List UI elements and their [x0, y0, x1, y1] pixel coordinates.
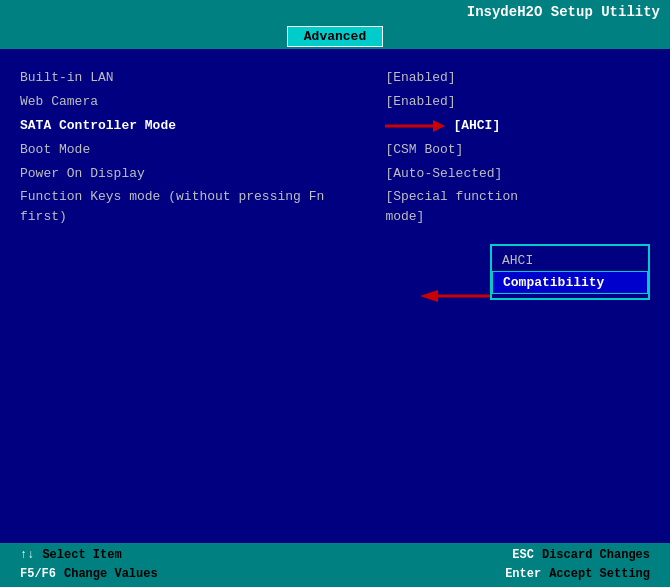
main-content: Built-in LAN [Enabled] Web Camera [Enabl… [0, 49, 670, 509]
setting-value-sata-text: [AHCI] [453, 115, 500, 137]
setting-label-web-camera: Web Camera [20, 91, 367, 113]
setting-label-power-on-display: Power On Display [20, 163, 367, 185]
footer-item-f5f6: F5/F6 Change Values [20, 565, 158, 584]
setting-label-built-in-lan: Built-in LAN [20, 67, 367, 89]
svg-marker-3 [420, 290, 438, 302]
setting-row-power-on-display: Power On Display [Auto-Selected] [20, 163, 650, 185]
key-esc: ESC [512, 546, 534, 565]
setting-value-power-on-display: [Auto-Selected] [385, 163, 650, 185]
key-arrows: ↑↓ [20, 546, 34, 565]
dropdown-option-ahci[interactable]: AHCI [492, 250, 648, 271]
setting-row-boot-mode: Boot Mode [CSM Boot] [20, 139, 650, 161]
key-f5f6: F5/F6 [20, 565, 56, 584]
setting-label-function-keys: Function Keys mode (without pressing Fnf… [20, 187, 367, 226]
tab-bar: Advanced [0, 24, 670, 49]
header-bar: InsydeH2O Setup Utility [0, 0, 670, 24]
setting-row-built-in-lan: Built-in LAN [Enabled] [20, 67, 650, 89]
desc-change: Change Values [64, 565, 158, 584]
svg-marker-1 [433, 120, 445, 132]
setting-value-boot-mode: [CSM Boot] [385, 139, 650, 161]
footer-item-select: ↑↓ Select Item [20, 546, 122, 565]
setting-row-sata-controller[interactable]: SATA Controller Mode [AHCI] [20, 115, 650, 137]
setting-value-function-keys: [Special functionmode] [385, 187, 650, 226]
setting-row-web-camera: Web Camera [Enabled] [20, 91, 650, 113]
dropdown-option-compatibility[interactable]: Compatibility [492, 271, 648, 294]
footer-bar: ↑↓ Select Item ESC Discard Changes F5/F6… [0, 543, 670, 587]
desc-accept: Accept Setting [549, 565, 650, 584]
sata-dropdown-popup[interactable]: AHCI Compatibility [490, 244, 650, 300]
key-enter: Enter [505, 565, 541, 584]
setting-row-function-keys: Function Keys mode (without pressing Fnf… [20, 187, 650, 226]
setting-label-boot-mode: Boot Mode [20, 139, 367, 161]
red-arrow-left-to-dropdown [420, 287, 490, 305]
setting-label-sata-controller: SATA Controller Mode [20, 115, 367, 137]
red-arrow-right-icon [385, 115, 445, 137]
footer-row-2: F5/F6 Change Values Enter Accept Setting [20, 565, 650, 584]
header-title: InsydeH2O Setup Utility [467, 4, 660, 20]
footer-row-1: ↑↓ Select Item ESC Discard Changes [20, 546, 650, 565]
settings-table: Built-in LAN [Enabled] Web Camera [Enabl… [20, 67, 650, 226]
setting-value-built-in-lan: [Enabled] [385, 67, 650, 89]
footer-item-enter: Enter Accept Setting [505, 565, 650, 584]
tab-advanced[interactable]: Advanced [287, 26, 383, 47]
setting-value-web-camera: [Enabled] [385, 91, 650, 113]
setting-value-sata-controller: [AHCI] [385, 115, 650, 137]
footer-item-esc: ESC Discard Changes [512, 546, 650, 565]
desc-discard: Discard Changes [542, 546, 650, 565]
desc-select: Select Item [42, 546, 121, 565]
